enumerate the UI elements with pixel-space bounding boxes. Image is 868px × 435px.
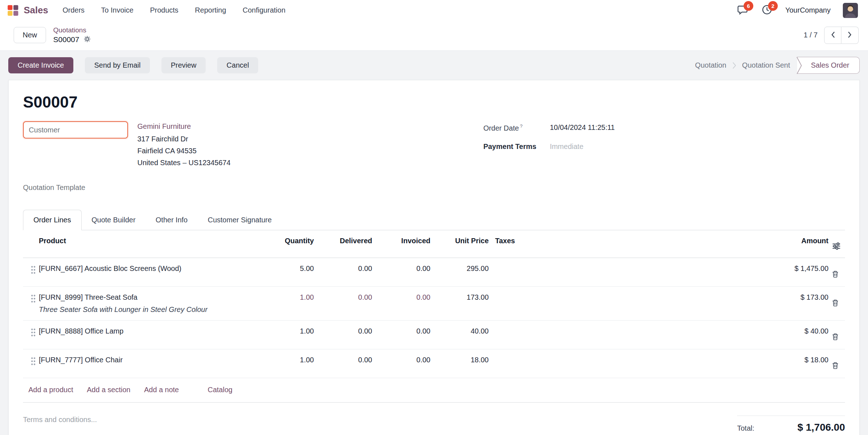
cell-taxes[interactable] bbox=[489, 258, 724, 271]
optional-columns-button[interactable] bbox=[828, 237, 841, 252]
pager-next-button[interactable] bbox=[841, 27, 859, 44]
menu-orders[interactable]: Orders bbox=[63, 6, 84, 14]
cell-unit-price[interactable]: 295.00 bbox=[430, 258, 489, 279]
status-step-quotation-sent[interactable]: Quotation Sent bbox=[739, 57, 794, 73]
table-footer-links: Add a product Add a section Add a note C… bbox=[23, 378, 845, 403]
cell-quantity[interactable]: 5.00 bbox=[262, 258, 314, 279]
delete-line-button[interactable] bbox=[828, 327, 839, 342]
order-date-value[interactable]: 10/04/2024 11:25:11 bbox=[550, 123, 615, 132]
company-switcher[interactable]: YourCompany bbox=[785, 6, 831, 14]
status-step-quotation[interactable]: Quotation bbox=[691, 57, 730, 73]
cell-product[interactable]: [FURN_8888] Office Lamp bbox=[39, 321, 262, 342]
terms-placeholder[interactable]: Terms and conditions... bbox=[23, 416, 97, 424]
app-name[interactable]: Sales bbox=[24, 5, 48, 16]
cell-delivered[interactable]: 0.00 bbox=[314, 258, 372, 279]
table-row: [FURN_8888] Office Lamp 1.00 0.00 0.00 4… bbox=[23, 321, 845, 349]
apps-grid-icon bbox=[7, 5, 19, 17]
add-note-link[interactable]: Add a note bbox=[144, 386, 179, 394]
statusbar: Quotation Quotation Sent Sales Order bbox=[691, 57, 860, 74]
cell-invoiced[interactable]: 0.00 bbox=[372, 287, 430, 308]
cell-delivered[interactable]: 0.00 bbox=[314, 321, 372, 342]
control-panel-actions: Create Invoice Send by Email Preview Can… bbox=[0, 51, 868, 80]
partner-link[interactable]: Gemini Furniture bbox=[137, 122, 230, 131]
cell-unit-price[interactable]: 40.00 bbox=[430, 321, 489, 342]
cell-unit-price[interactable]: 18.00 bbox=[430, 349, 489, 371]
menu-products[interactable]: Products bbox=[150, 6, 178, 14]
form-sheet: S00007 Gemini Furniture 317 Fairchild Dr… bbox=[8, 80, 860, 435]
partner-address-line-3: United States – US12345674 bbox=[137, 159, 230, 167]
cell-taxes[interactable] bbox=[489, 349, 724, 362]
partner-info: Gemini Furniture 317 Fairchild Dr Fairfi… bbox=[137, 121, 230, 167]
control-panel-top: New Quotations S00007 bbox=[0, 21, 868, 51]
totals-summary: Total: $ 1,706.00 bbox=[737, 416, 845, 433]
user-avatar[interactable] bbox=[843, 3, 858, 18]
delete-line-button[interactable] bbox=[828, 293, 839, 308]
customer-input[interactable] bbox=[23, 121, 128, 139]
gear-icon bbox=[83, 35, 91, 44]
cell-delivered[interactable]: 0.00 bbox=[314, 349, 372, 371]
cell-amount: $ 18.00 bbox=[724, 349, 828, 371]
cell-taxes[interactable] bbox=[489, 287, 724, 300]
cell-product[interactable]: [FURN_8999] Three-Seat Sofa Three Seater… bbox=[39, 287, 262, 320]
breadcrumb-current: S00007 bbox=[53, 35, 79, 44]
cell-quantity[interactable]: 1.00 bbox=[262, 349, 314, 371]
cell-invoiced[interactable]: 0.00 bbox=[372, 321, 430, 342]
cell-product[interactable]: [FURN_7777] Office Chair bbox=[39, 349, 262, 371]
drag-handle[interactable] bbox=[23, 321, 39, 338]
catalog-link[interactable]: Catalog bbox=[207, 386, 232, 394]
add-section-link[interactable]: Add a section bbox=[87, 386, 131, 394]
messages-badge: 6 bbox=[744, 1, 753, 11]
cell-product[interactable]: [FURN_6667] Acoustic Bloc Screens (Wood) bbox=[39, 258, 262, 279]
payment-terms-value[interactable]: Immediate bbox=[550, 142, 583, 151]
column-header-quantity: Quantity bbox=[262, 230, 314, 250]
table-row: [FURN_7777] Office Chair 1.00 0.00 0.00 … bbox=[23, 349, 845, 378]
menu-reporting[interactable]: Reporting bbox=[195, 6, 226, 14]
tab-other-info[interactable]: Other Info bbox=[146, 210, 198, 230]
add-product-link[interactable]: Add a product bbox=[28, 386, 73, 394]
table-header-row: Product Quantity Delivered Invoiced Unit… bbox=[23, 230, 845, 258]
sliders-icon bbox=[832, 246, 841, 252]
menu-configuration[interactable]: Configuration bbox=[243, 6, 285, 14]
messages-button[interactable]: 6 bbox=[736, 4, 749, 17]
chevron-right-icon bbox=[848, 31, 852, 40]
preview-button[interactable]: Preview bbox=[161, 57, 206, 73]
cell-taxes[interactable] bbox=[489, 321, 724, 334]
tab-order-lines[interactable]: Order Lines bbox=[23, 210, 82, 230]
cell-delivered[interactable]: 0.00 bbox=[314, 287, 372, 308]
activities-button[interactable]: 2 bbox=[761, 4, 773, 17]
delete-line-button[interactable] bbox=[828, 356, 839, 371]
record-actions-button[interactable] bbox=[83, 35, 91, 44]
pager-previous-button[interactable] bbox=[824, 27, 841, 44]
order-title: S00007 bbox=[23, 93, 845, 111]
delete-line-button[interactable] bbox=[828, 264, 839, 279]
send-by-email-button[interactable]: Send by Email bbox=[85, 57, 150, 73]
new-button[interactable]: New bbox=[14, 27, 46, 43]
breadcrumb-parent[interactable]: Quotations bbox=[53, 26, 91, 34]
quotation-template-label: Quotation Template bbox=[23, 183, 483, 192]
column-header-product: Product bbox=[39, 230, 262, 250]
cancel-button[interactable]: Cancel bbox=[217, 57, 258, 73]
cell-invoiced[interactable]: 0.00 bbox=[372, 258, 430, 279]
status-step-sales-order[interactable]: Sales Order bbox=[797, 57, 860, 74]
trash-icon bbox=[831, 336, 839, 342]
create-invoice-button[interactable]: Create Invoice bbox=[8, 57, 73, 73]
cell-invoiced[interactable]: 0.00 bbox=[372, 349, 430, 371]
cell-quantity[interactable]: 1.00 bbox=[262, 287, 314, 308]
chevron-right-icon bbox=[732, 62, 736, 69]
cell-quantity[interactable]: 1.00 bbox=[262, 321, 314, 342]
order-date-label: Order Date? bbox=[483, 123, 550, 132]
partner-address-line-1: 317 Fairchild Dr bbox=[137, 135, 230, 143]
breadcrumb: Quotations S00007 bbox=[53, 26, 91, 44]
column-header-delivered: Delivered bbox=[314, 230, 372, 250]
pager-count[interactable]: 1 / 7 bbox=[804, 31, 818, 39]
drag-handle[interactable] bbox=[23, 258, 39, 275]
order-date-help-icon: ? bbox=[520, 123, 522, 129]
drag-handle[interactable] bbox=[23, 349, 39, 367]
cell-unit-price[interactable]: 173.00 bbox=[430, 287, 489, 308]
menu-to-invoice[interactable]: To Invoice bbox=[101, 6, 133, 14]
drag-handle[interactable] bbox=[23, 287, 39, 304]
tab-quote-builder[interactable]: Quote Builder bbox=[82, 210, 146, 230]
apps-menu-button[interactable] bbox=[7, 3, 21, 17]
tab-customer-signature[interactable]: Customer Signature bbox=[198, 210, 282, 230]
drag-handle-icon bbox=[31, 332, 36, 338]
